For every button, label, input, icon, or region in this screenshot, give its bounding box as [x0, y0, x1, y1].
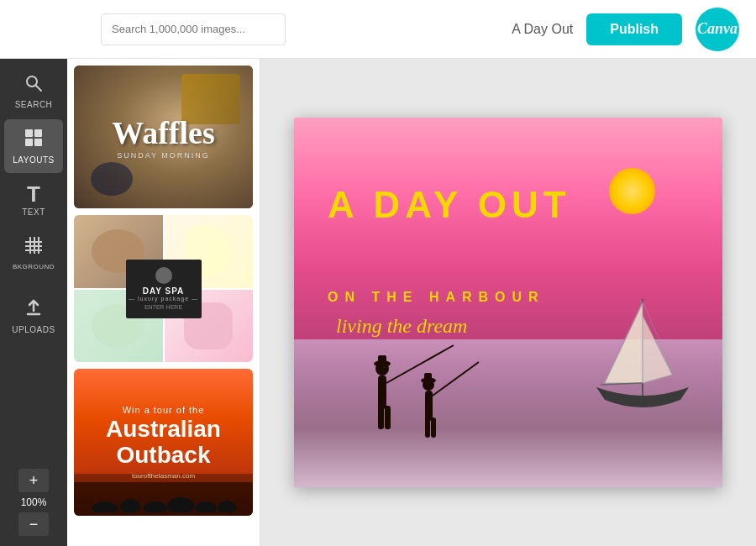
svg-rect-5 [34, 139, 42, 146]
outback-win-text: Win a tour of the [123, 405, 205, 415]
svg-line-30 [433, 362, 479, 396]
search-icon [24, 74, 43, 97]
svg-point-0 [27, 76, 37, 87]
spa-overlay-title: DAY SPA [143, 286, 185, 296]
sidebar-item-layouts[interactable]: LAYOUTS [4, 119, 63, 173]
svg-rect-22 [385, 406, 391, 429]
spa-overlay-sub: — luxury package — [129, 296, 198, 302]
template-dayspa[interactable]: DAY SPA — luxury package — ENTER HERE [74, 215, 253, 362]
waffles-card-bg: Waffles SUNDAY MORNING [74, 66, 253, 208]
svg-rect-25 [378, 355, 386, 364]
sidebar: SEARCH LAYOUTS T TEXT [0, 59, 67, 546]
sailboat [588, 291, 697, 428]
background-icon [24, 235, 44, 260]
zoom-section: + 100% − [0, 467, 67, 546]
outback-card: Win a tour of the Australian Outback tou… [74, 369, 253, 516]
harbour-title-line1: A DAY OUT [328, 185, 605, 225]
harbour-title-line2: ON THE HARBOUR [328, 290, 545, 305]
uploads-icon [24, 297, 44, 323]
svg-marker-35 [643, 316, 672, 383]
publish-button[interactable]: Publish [586, 13, 682, 45]
spa-overlay: DAY SPA — luxury package — ENTER HERE [126, 260, 202, 318]
templates-panel: Waffles SUNDAY MORNING [67, 59, 260, 546]
template-outback[interactable]: Win a tour of the Australian Outback tou… [74, 369, 253, 516]
svg-point-16 [167, 497, 194, 512]
svg-rect-29 [431, 417, 436, 438]
sidebar-item-uploads[interactable]: UPLOADS [4, 289, 63, 343]
svg-line-23 [386, 345, 454, 383]
harbour-sun [609, 168, 655, 214]
svg-rect-20 [378, 375, 386, 409]
zoom-out-button[interactable]: − [18, 512, 49, 536]
main-area: SEARCH LAYOUTS T TEXT [0, 59, 756, 546]
svg-point-18 [218, 501, 236, 512]
svg-point-17 [195, 501, 217, 512]
topbar: A Day Out Publish Canva [0, 0, 756, 59]
spa-overlay-link: ENTER HERE [144, 304, 182, 310]
svg-rect-27 [425, 391, 433, 421]
sidebar-item-text[interactable]: T TEXT [4, 175, 63, 225]
template-waffles[interactable]: Waffles SUNDAY MORNING [74, 66, 253, 208]
svg-marker-34 [605, 303, 643, 383]
sidebar-label-background: BKGROUND [13, 263, 55, 270]
waffles-subtitle: SUNDAY MORNING [112, 151, 214, 160]
svg-line-1 [36, 86, 41, 91]
canva-logo: Canva [696, 8, 739, 51]
design-canvas[interactable]: A DAY OUT ON THE HARBOUR living the drea… [294, 118, 722, 487]
zoom-value: 100% [21, 496, 47, 508]
text-icon: T [27, 183, 40, 205]
waffles-title: Waffles [112, 114, 214, 151]
svg-rect-21 [378, 406, 384, 429]
svg-rect-4 [25, 139, 33, 146]
waffles-text-area: Waffles SUNDAY MORNING [112, 114, 214, 160]
svg-rect-28 [425, 417, 430, 438]
zoom-in-button[interactable]: + [18, 469, 49, 492]
svg-rect-2 [25, 129, 33, 137]
canvas-area: A DAY OUT ON THE HARBOUR living the drea… [260, 59, 756, 546]
sidebar-item-background[interactable]: BKGROUND [4, 227, 63, 279]
topbar-left [101, 0, 588, 58]
harbour-script-text: living the dream [336, 315, 467, 338]
sidebar-label-layouts: LAYOUTS [13, 155, 54, 165]
outback-title: Australian Outback [106, 417, 221, 469]
search-input[interactable] [101, 13, 286, 45]
svg-rect-3 [34, 129, 42, 137]
svg-point-14 [120, 499, 140, 512]
sidebar-label-search: SEARCH [15, 100, 53, 109]
layouts-icon [24, 128, 44, 153]
svg-rect-32 [424, 373, 432, 381]
sidebar-item-search[interactable]: SEARCH [4, 66, 63, 118]
silhouettes [344, 337, 512, 441]
spa-overlay-icon [155, 267, 172, 284]
dayspa-card: DAY SPA — luxury package — ENTER HERE [74, 215, 253, 362]
sidebar-label-uploads: UPLOADS [12, 325, 55, 334]
sidebar-label-text: TEXT [22, 207, 45, 217]
svg-point-15 [144, 501, 167, 512]
outback-url: tourofthetasman.com [132, 472, 195, 480]
svg-point-13 [92, 501, 118, 512]
